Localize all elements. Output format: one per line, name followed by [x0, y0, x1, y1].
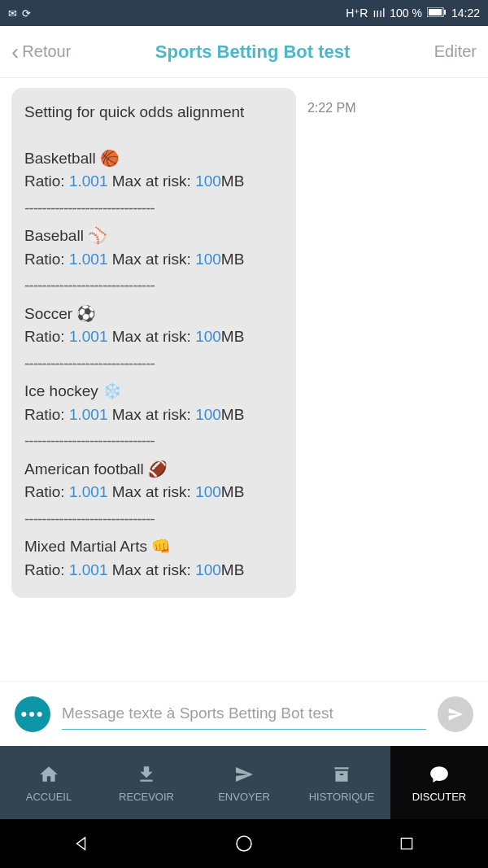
sport-name: Baseball ⚾ [24, 225, 283, 248]
svg-point-3 [237, 836, 251, 851]
svg-rect-2 [444, 10, 446, 15]
chat-area[interactable]: Setting for quick odds alignment Basketb… [0, 78, 488, 681]
tab-label: RECEVOIR [119, 791, 174, 803]
message-bubble: Setting for quick odds alignment Basketb… [11, 88, 296, 598]
tab-history[interactable]: HISTORIQUE [293, 746, 390, 819]
max-value: 100 [195, 406, 221, 423]
sport-ratio-line: Ratio: 1.001 Max at risk: 100MB [24, 248, 283, 272]
tab-receive[interactable]: RECEVOIR [98, 746, 195, 819]
max-value: 100 [195, 172, 221, 190]
sport-ratio-line: Ratio: 1.001 Max at risk: 100MB [24, 403, 283, 427]
circle-home-icon [234, 834, 254, 853]
status-bar: ✉ ⟳ H⁺R ıııl 100 % 14:22 [0, 0, 488, 26]
max-value: 100 [195, 251, 221, 268]
sport-name: Mixed Martial Arts 👊 [24, 535, 283, 559]
max-label: Max at risk: [112, 328, 191, 345]
max-label: Max at risk: [112, 483, 191, 500]
sport-ratio-line: Ratio: 1.001 Max at risk: 100MB [24, 559, 283, 582]
home-icon [38, 763, 59, 786]
bottom-nav: ACCUEIL RECEVOIR ENVOYER HISTORIQUE DISC… [0, 746, 488, 819]
edit-button[interactable]: Editer [434, 42, 477, 61]
divider: ------------------------------ [24, 197, 283, 220]
tab-label: ENVOYER [218, 791, 270, 803]
chat-header: ‹ Retour Sports Betting Bot test Editer [0, 26, 488, 78]
ratio-label: Ratio: [24, 561, 65, 578]
max-value: 100 [195, 561, 221, 578]
unit-label: MB [221, 483, 245, 500]
status-time: 14:22 [451, 7, 480, 20]
paper-plane-icon [234, 763, 254, 786]
unit-label: MB [221, 251, 245, 268]
nav-home-button[interactable] [228, 827, 260, 860]
unit-label: MB [221, 561, 245, 578]
page-title: Sports Betting Bot test [155, 41, 351, 63]
sport-name: Ice hockey ❄️ [24, 380, 283, 403]
divider: ------------------------------ [24, 352, 283, 376]
send-button[interactable] [438, 696, 473, 732]
tab-label: HISTORIQUE [309, 791, 375, 803]
download-icon [136, 763, 157, 786]
svg-rect-1 [429, 9, 442, 15]
sport-ratio-line: Ratio: 1.001 Max at risk: 100MB [24, 481, 283, 504]
ratio-value: 1.001 [69, 328, 108, 345]
max-value: 100 [195, 328, 221, 345]
ratio-value: 1.001 [69, 172, 108, 190]
max-value: 100 [195, 483, 221, 500]
message-title: Setting for quick odds alignment [24, 101, 283, 124]
triangle-back-icon [72, 835, 90, 853]
sport-entry: Basketball 🏀 Ratio: 1.001 Max at risk: 1… [24, 147, 283, 194]
ratio-value: 1.001 [69, 251, 108, 268]
tab-chat[interactable]: DISCUTER [390, 746, 488, 819]
message-timestamp: 2:22 PM [307, 88, 356, 116]
sport-entry: American football 🏈 Ratio: 1.001 Max at … [24, 458, 283, 504]
sport-entry: Soccer ⚽ Ratio: 1.001 Max at risk: 100MB [24, 303, 283, 349]
sport-ratio-line: Ratio: 1.001 Max at risk: 100MB [24, 170, 283, 194]
android-nav-bar [0, 819, 488, 868]
tab-send[interactable]: ENVOYER [195, 746, 293, 819]
signal-icon: ıııl [373, 7, 385, 20]
ratio-value: 1.001 [69, 483, 108, 500]
ratio-label: Ratio: [24, 406, 65, 423]
mail-icon: ✉ [8, 7, 17, 20]
sport-ratio-line: Ratio: 1.001 Max at risk: 100MB [24, 325, 283, 349]
battery-percent: 100 % [390, 7, 422, 20]
svg-rect-4 [401, 838, 412, 848]
max-label: Max at risk: [112, 251, 191, 268]
unit-label: MB [221, 328, 245, 345]
nav-recent-button[interactable] [390, 827, 423, 860]
sync-icon: ⟳ [22, 7, 31, 20]
sport-name: American football 🏈 [24, 458, 283, 482]
battery-icon [427, 7, 447, 20]
ratio-label: Ratio: [24, 483, 65, 500]
max-label: Max at risk: [112, 172, 191, 190]
square-recent-icon [399, 835, 415, 852]
back-button[interactable]: ‹ Retour [11, 39, 71, 65]
send-icon [447, 706, 464, 722]
divider: ------------------------------ [24, 508, 283, 531]
nav-back-button[interactable] [65, 827, 98, 860]
archive-icon [331, 763, 352, 786]
ratio-label: Ratio: [24, 251, 65, 268]
message-input[interactable] [62, 698, 426, 730]
compose-bar: ••• [0, 681, 488, 746]
sport-entry: Mixed Martial Arts 👊 Ratio: 1.001 Max at… [24, 535, 283, 582]
ratio-label: Ratio: [24, 172, 65, 190]
sport-name: Basketball 🏀 [24, 147, 283, 171]
sport-name: Soccer ⚽ [24, 303, 283, 326]
ratio-label: Ratio: [24, 328, 65, 345]
sport-entry: Baseball ⚾ Ratio: 1.001 Max at risk: 100… [24, 225, 283, 271]
tab-label: DISCUTER [412, 791, 466, 803]
unit-label: MB [221, 406, 245, 423]
divider: ------------------------------ [24, 430, 283, 453]
divider: ------------------------------ [24, 274, 283, 298]
chat-icon [429, 763, 450, 786]
more-options-button[interactable]: ••• [15, 696, 50, 732]
unit-label: MB [221, 172, 245, 190]
back-label: Retour [22, 42, 71, 61]
tab-label: ACCUEIL [26, 791, 72, 803]
sport-entry: Ice hockey ❄️ Ratio: 1.001 Max at risk: … [24, 380, 283, 426]
tab-home[interactable]: ACCUEIL [0, 746, 98, 819]
network-indicator: H⁺R [346, 7, 368, 20]
ratio-value: 1.001 [69, 561, 108, 578]
max-label: Max at risk: [112, 406, 191, 423]
